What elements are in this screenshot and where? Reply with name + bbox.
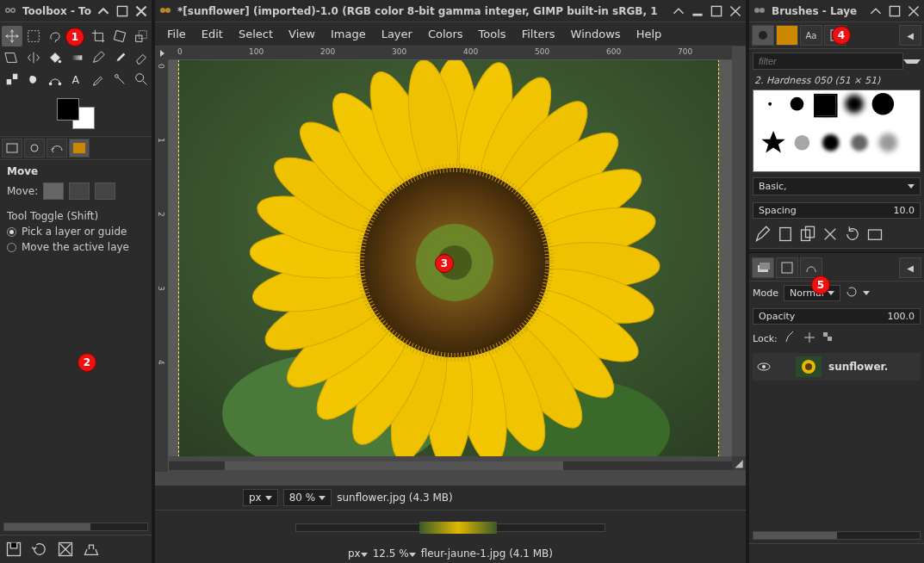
opacity-control[interactable]: Opacity 100.0 — [753, 308, 921, 325]
mode-select[interactable]: Normal — [784, 285, 840, 301]
edit-brush-icon[interactable] — [754, 226, 772, 243]
restore-tool-preset-icon[interactable] — [31, 541, 48, 558]
layer-row[interactable]: sunflower. — [753, 353, 921, 380]
tool-bucket[interactable] — [45, 47, 65, 68]
tool-rotate[interactable] — [109, 26, 130, 46]
tab-channels[interactable] — [776, 257, 798, 278]
tool-text[interactable]: A — [66, 69, 87, 90]
dock-separator[interactable] — [749, 248, 924, 253]
chevron-down-icon[interactable] — [903, 59, 921, 64]
color-swatch[interactable] — [57, 98, 95, 129]
image-min-icon[interactable] — [691, 4, 704, 18]
duplicate-brush-icon[interactable] — [799, 226, 816, 243]
reset-tool-preset-icon[interactable] — [83, 541, 100, 558]
visibility-eye-icon[interactable] — [756, 359, 772, 374]
canvas-menu-icon[interactable] — [155, 46, 169, 60]
zoom-select-2[interactable]: 12.5 % — [373, 548, 416, 560]
lock-alpha-icon[interactable] — [822, 331, 834, 346]
tool-shear[interactable] — [2, 47, 22, 68]
menu-image[interactable]: Image — [324, 26, 373, 42]
menu-edit[interactable]: Edit — [195, 26, 230, 42]
chevron-down-icon[interactable] — [863, 291, 870, 295]
tool-path[interactable] — [45, 69, 65, 90]
tab-config-icon[interactable]: ◀ — [899, 25, 921, 46]
tab-layers[interactable] — [752, 257, 774, 278]
right-max-icon[interactable] — [888, 4, 902, 18]
tool-paintbrush[interactable] — [109, 47, 130, 68]
tool-color-picker[interactable] — [88, 69, 109, 90]
right-close-icon[interactable] — [907, 4, 921, 18]
menu-colors[interactable]: Colors — [421, 26, 470, 42]
tool-clone[interactable] — [2, 69, 22, 90]
toolbox-titlebar[interactable]: Toolbox - To — [0, 0, 152, 22]
tool-rect-select[interactable] — [23, 26, 44, 46]
tab-images[interactable] — [69, 139, 90, 158]
move-mode-layer[interactable] — [43, 183, 64, 200]
toolbox-max-icon[interactable] — [115, 4, 129, 18]
tab-device-status[interactable] — [24, 139, 45, 158]
foreground-color[interactable] — [57, 98, 79, 121]
brush-grid[interactable] — [753, 90, 921, 172]
tool-pencil[interactable] — [88, 47, 109, 68]
refresh-brush-icon[interactable] — [844, 226, 861, 243]
ruler-vertical[interactable]: 0 1 2 3 4 — [155, 60, 169, 472]
menu-layer[interactable]: Layer — [375, 26, 419, 42]
tool-crop[interactable] — [88, 26, 109, 46]
radio-move-active[interactable]: Move the active laye — [7, 241, 145, 253]
ruler-horizontal[interactable]: 0 100 200 300 400 500 600 700 — [169, 46, 732, 60]
tool-gradient[interactable] — [66, 47, 87, 68]
brush-filter-input[interactable] — [753, 53, 903, 70]
tab-paths[interactable] — [800, 257, 822, 278]
tab-fonts[interactable]: Aa — [800, 25, 822, 46]
menu-file[interactable]: File — [160, 26, 193, 42]
zoom-select-1[interactable]: 80 % — [283, 489, 332, 506]
image-titlebar[interactable]: *[sunflower] (imported)-1.0 (RGB color 8… — [155, 0, 746, 22]
toolbox-close-icon[interactable] — [134, 4, 148, 18]
open-brush-as-image-icon[interactable] — [866, 226, 884, 243]
unit-select-1[interactable]: px — [243, 489, 278, 506]
tool-eraser[interactable] — [131, 47, 152, 68]
menu-windows[interactable]: Windows — [564, 26, 628, 42]
menu-view[interactable]: View — [282, 26, 322, 42]
image-max-icon[interactable] — [710, 4, 723, 18]
move-mode-path[interactable] — [95, 183, 115, 200]
right-titlebar[interactable]: Brushes - Laye — [749, 0, 924, 22]
lock-position-icon[interactable] — [803, 331, 815, 346]
tab-document-history[interactable] — [824, 25, 846, 46]
tool-flip[interactable] — [23, 47, 44, 68]
mode-reset-icon[interactable] — [846, 286, 858, 300]
unit-select-2[interactable]: px — [348, 548, 368, 560]
tool-fuzzy-select[interactable] — [66, 26, 87, 46]
radio-pick-layer[interactable]: Pick a layer or guide — [7, 226, 145, 238]
right-roll-icon[interactable] — [869, 4, 883, 18]
delete-brush-icon[interactable] — [822, 226, 839, 243]
new-brush-icon[interactable] — [777, 226, 794, 243]
delete-tool-preset-icon[interactable] — [57, 541, 74, 558]
toolbox-roll-icon[interactable] — [96, 4, 110, 18]
save-tool-preset-icon[interactable] — [5, 541, 22, 558]
tab-config-icon-2[interactable]: ◀ — [899, 257, 921, 278]
menu-select[interactable]: Select — [232, 26, 280, 42]
tab-brushes[interactable] — [752, 25, 774, 46]
tool-measure[interactable] — [109, 69, 130, 90]
tool-smudge[interactable] — [23, 69, 44, 90]
menu-filters[interactable]: Filters — [515, 26, 562, 42]
tab-undo-history[interactable] — [47, 139, 67, 158]
image-roll-icon[interactable] — [672, 4, 685, 18]
spacing-control[interactable]: Spacing 10.0 — [753, 202, 921, 219]
move-mode-selection[interactable] — [69, 183, 90, 200]
image-content[interactable] — [179, 60, 718, 456]
tool-free-select[interactable] — [45, 26, 65, 46]
nav-preview-icon[interactable]: ◢ — [732, 456, 746, 470]
menu-help[interactable]: Help — [629, 26, 669, 42]
layers-hscroll[interactable] — [753, 531, 921, 540]
lock-pixels-icon[interactable] — [784, 331, 797, 346]
tool-move[interactable] — [2, 26, 22, 46]
menu-tools[interactable]: Tools — [472, 26, 513, 42]
tool-scale[interactable] — [131, 26, 152, 46]
layer-name[interactable]: sunflower. — [828, 361, 888, 373]
file-slider[interactable] — [295, 523, 605, 532]
tab-tool-options[interactable] — [2, 139, 22, 158]
tool-zoom[interactable] — [131, 69, 152, 90]
canvas[interactable] — [169, 60, 732, 456]
